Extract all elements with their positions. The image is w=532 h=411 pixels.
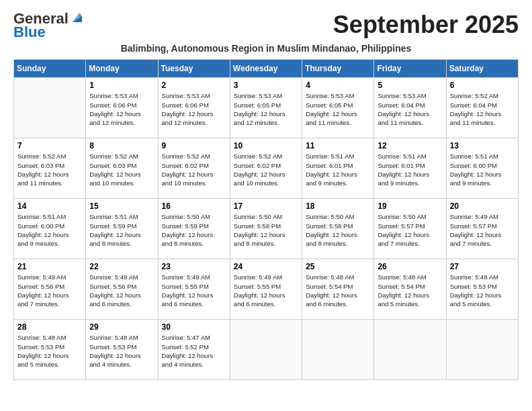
day-info: Sunrise: 5:53 AM Sunset: 6:05 PM Dayligh… bbox=[234, 91, 298, 127]
calendar-cell: 10Sunrise: 5:52 AM Sunset: 6:02 PM Dayli… bbox=[230, 138, 302, 199]
calendar-week-row: 28Sunrise: 5:48 AM Sunset: 5:53 PM Dayli… bbox=[14, 320, 519, 380]
day-info: Sunrise: 5:48 AM Sunset: 5:53 PM Dayligh… bbox=[17, 333, 82, 369]
day-number: 11 bbox=[306, 141, 370, 150]
day-number: 2 bbox=[162, 81, 226, 90]
day-number: 18 bbox=[306, 201, 370, 211]
day-info: Sunrise: 5:53 AM Sunset: 6:06 PM Dayligh… bbox=[89, 91, 154, 127]
day-info: Sunrise: 5:51 AM Sunset: 6:00 PM Dayligh… bbox=[450, 152, 515, 187]
day-number: 16 bbox=[162, 201, 226, 211]
day-info: Sunrise: 5:49 AM Sunset: 5:57 PM Dayligh… bbox=[450, 212, 515, 248]
day-number: 22 bbox=[89, 262, 154, 271]
calendar-cell: 4Sunrise: 5:53 AM Sunset: 6:05 PM Daylig… bbox=[302, 78, 374, 138]
day-info: Sunrise: 5:48 AM Sunset: 5:53 PM Dayligh… bbox=[450, 273, 515, 308]
day-number: 4 bbox=[306, 81, 370, 90]
calendar-cell bbox=[446, 320, 518, 380]
day-info: Sunrise: 5:50 AM Sunset: 5:59 PM Dayligh… bbox=[162, 212, 226, 248]
calendar-cell: 11Sunrise: 5:51 AM Sunset: 6:01 PM Dayli… bbox=[302, 138, 374, 199]
calendar-cell: 29Sunrise: 5:48 AM Sunset: 5:53 PM Dayli… bbox=[86, 320, 158, 380]
calendar-cell: 24Sunrise: 5:49 AM Sunset: 5:55 PM Dayli… bbox=[230, 259, 302, 320]
day-info: Sunrise: 5:51 AM Sunset: 5:59 PM Dayligh… bbox=[89, 212, 154, 248]
day-number: 21 bbox=[17, 262, 82, 271]
day-number: 12 bbox=[378, 141, 442, 150]
calendar-cell: 28Sunrise: 5:48 AM Sunset: 5:53 PM Dayli… bbox=[14, 320, 86, 380]
day-info: Sunrise: 5:51 AM Sunset: 6:01 PM Dayligh… bbox=[306, 152, 370, 187]
calendar-cell: 12Sunrise: 5:51 AM Sunset: 6:01 PM Dayli… bbox=[374, 138, 446, 199]
day-number: 6 bbox=[450, 81, 515, 90]
calendar-cell: 18Sunrise: 5:50 AM Sunset: 5:58 PM Dayli… bbox=[302, 199, 374, 259]
day-number: 20 bbox=[450, 201, 515, 211]
weekday-header-saturday: Saturday bbox=[446, 60, 518, 78]
calendar-cell: 13Sunrise: 5:51 AM Sunset: 6:00 PM Dayli… bbox=[446, 138, 518, 199]
day-info: Sunrise: 5:48 AM Sunset: 5:53 PM Dayligh… bbox=[89, 333, 154, 369]
day-number: 1 bbox=[89, 81, 154, 90]
calendar-cell: 16Sunrise: 5:50 AM Sunset: 5:59 PM Dayli… bbox=[158, 199, 230, 259]
day-info: Sunrise: 5:51 AM Sunset: 6:01 PM Dayligh… bbox=[378, 152, 442, 187]
weekday-header-tuesday: Tuesday bbox=[158, 60, 230, 78]
calendar-cell bbox=[230, 320, 302, 380]
weekday-header-wednesday: Wednesday bbox=[230, 60, 302, 78]
calendar-week-row: 21Sunrise: 5:49 AM Sunset: 5:56 PM Dayli… bbox=[14, 259, 519, 320]
day-info: Sunrise: 5:52 AM Sunset: 6:02 PM Dayligh… bbox=[234, 152, 298, 187]
day-number: 14 bbox=[17, 201, 82, 211]
day-number: 9 bbox=[162, 141, 226, 150]
day-info: Sunrise: 5:49 AM Sunset: 5:55 PM Dayligh… bbox=[234, 273, 298, 308]
calendar-cell bbox=[302, 320, 374, 380]
day-number: 27 bbox=[450, 262, 515, 271]
day-info: Sunrise: 5:49 AM Sunset: 5:56 PM Dayligh… bbox=[89, 273, 154, 308]
day-info: Sunrise: 5:49 AM Sunset: 5:55 PM Dayligh… bbox=[162, 273, 226, 308]
day-info: Sunrise: 5:47 AM Sunset: 5:52 PM Dayligh… bbox=[162, 333, 226, 369]
day-number: 30 bbox=[162, 322, 226, 332]
day-number: 26 bbox=[378, 262, 442, 271]
calendar-cell: 22Sunrise: 5:49 AM Sunset: 5:56 PM Dayli… bbox=[86, 259, 158, 320]
calendar-week-row: 7Sunrise: 5:52 AM Sunset: 6:03 PM Daylig… bbox=[14, 138, 519, 199]
calendar-cell: 6Sunrise: 5:52 AM Sunset: 6:04 PM Daylig… bbox=[446, 78, 518, 138]
day-info: Sunrise: 5:53 AM Sunset: 6:05 PM Dayligh… bbox=[306, 91, 370, 127]
day-number: 8 bbox=[89, 141, 154, 150]
calendar-cell: 26Sunrise: 5:48 AM Sunset: 5:54 PM Dayli… bbox=[374, 259, 446, 320]
day-info: Sunrise: 5:52 AM Sunset: 6:04 PM Dayligh… bbox=[450, 91, 515, 127]
day-info: Sunrise: 5:48 AM Sunset: 5:54 PM Dayligh… bbox=[306, 273, 370, 308]
day-info: Sunrise: 5:52 AM Sunset: 6:03 PM Dayligh… bbox=[17, 152, 82, 187]
day-info: Sunrise: 5:52 AM Sunset: 6:03 PM Dayligh… bbox=[89, 152, 154, 187]
calendar-cell: 21Sunrise: 5:49 AM Sunset: 5:56 PM Dayli… bbox=[14, 259, 86, 320]
calendar-cell: 2Sunrise: 5:53 AM Sunset: 6:06 PM Daylig… bbox=[158, 78, 230, 138]
day-number: 24 bbox=[234, 262, 298, 271]
day-info: Sunrise: 5:49 AM Sunset: 5:56 PM Dayligh… bbox=[17, 273, 82, 308]
calendar-subtitle: Balimbing, Autonomous Region in Muslim M… bbox=[13, 43, 519, 54]
calendar-cell: 14Sunrise: 5:51 AM Sunset: 6:00 PM Dayli… bbox=[14, 199, 86, 259]
day-number: 25 bbox=[306, 262, 370, 271]
day-number: 5 bbox=[378, 81, 442, 90]
day-number: 23 bbox=[162, 262, 226, 271]
day-number: 13 bbox=[450, 141, 515, 150]
calendar-cell: 7Sunrise: 5:52 AM Sunset: 6:03 PM Daylig… bbox=[14, 138, 86, 199]
logo: General Blue bbox=[13, 11, 85, 40]
logo-blue: Blue bbox=[13, 24, 46, 40]
calendar-cell bbox=[14, 78, 86, 138]
day-info: Sunrise: 5:50 AM Sunset: 5:58 PM Dayligh… bbox=[234, 212, 298, 248]
calendar-cell: 15Sunrise: 5:51 AM Sunset: 5:59 PM Dayli… bbox=[86, 199, 158, 259]
weekday-header-thursday: Thursday bbox=[302, 60, 374, 78]
day-info: Sunrise: 5:50 AM Sunset: 5:57 PM Dayligh… bbox=[378, 212, 442, 248]
calendar-week-row: 14Sunrise: 5:51 AM Sunset: 6:00 PM Dayli… bbox=[14, 199, 519, 259]
day-number: 28 bbox=[17, 322, 82, 332]
weekday-header-monday: Monday bbox=[86, 60, 158, 78]
weekday-header-sunday: Sunday bbox=[14, 60, 86, 78]
calendar-cell: 17Sunrise: 5:50 AM Sunset: 5:58 PM Dayli… bbox=[230, 199, 302, 259]
calendar-cell: 8Sunrise: 5:52 AM Sunset: 6:03 PM Daylig… bbox=[86, 138, 158, 199]
calendar-table: SundayMondayTuesdayWednesdayThursdayFrid… bbox=[13, 59, 519, 380]
calendar-cell: 20Sunrise: 5:49 AM Sunset: 5:57 PM Dayli… bbox=[446, 199, 518, 259]
calendar-cell: 30Sunrise: 5:47 AM Sunset: 5:52 PM Dayli… bbox=[158, 320, 230, 380]
day-number: 10 bbox=[234, 141, 298, 150]
calendar-cell: 9Sunrise: 5:52 AM Sunset: 6:02 PM Daylig… bbox=[158, 138, 230, 199]
day-info: Sunrise: 5:50 AM Sunset: 5:58 PM Dayligh… bbox=[306, 212, 370, 248]
calendar-cell: 5Sunrise: 5:53 AM Sunset: 6:04 PM Daylig… bbox=[374, 78, 446, 138]
logo-icon bbox=[70, 10, 85, 25]
day-info: Sunrise: 5:48 AM Sunset: 5:54 PM Dayligh… bbox=[378, 273, 442, 308]
calendar-cell: 25Sunrise: 5:48 AM Sunset: 5:54 PM Dayli… bbox=[302, 259, 374, 320]
day-number: 3 bbox=[234, 81, 298, 90]
calendar-cell: 27Sunrise: 5:48 AM Sunset: 5:53 PM Dayli… bbox=[446, 259, 518, 320]
day-number: 29 bbox=[89, 322, 154, 332]
calendar-cell bbox=[374, 320, 446, 380]
calendar-cell: 3Sunrise: 5:53 AM Sunset: 6:05 PM Daylig… bbox=[230, 78, 302, 138]
month-title: September 2025 bbox=[333, 11, 519, 39]
